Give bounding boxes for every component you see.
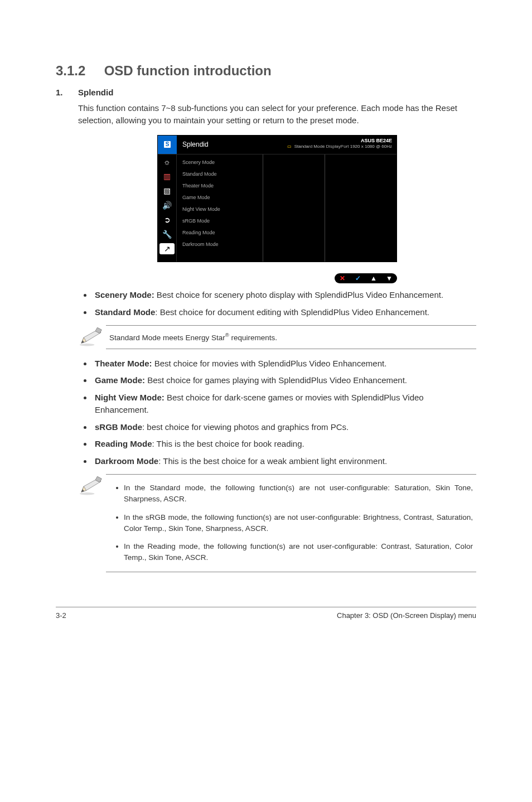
osd-menu-item: Night View Mode	[177, 204, 263, 215]
osd-ok-icon: ✓	[350, 273, 366, 283]
pencil-icon	[78, 474, 106, 499]
section-number: 3.1.2	[56, 61, 100, 81]
osd-down-icon: ▼	[381, 273, 397, 283]
input-icon: ➲	[158, 212, 176, 227]
osd-icon-column: ☼ ▥ ▧ 🔊 ➲ 🔧 ↗	[158, 154, 177, 262]
osd-menu-item: Game Mode	[177, 192, 263, 204]
brightness-icon: ☼	[158, 154, 176, 169]
sound-icon: 🔊	[158, 198, 176, 212]
list-item: Reading Mode: This is the best choice fo…	[78, 438, 476, 451]
osd-menu: Scenery Mode Standard Mode Theater Mode …	[177, 154, 263, 262]
note-box: Standard Mode meets Energy Star® require…	[78, 325, 476, 350]
note-text: Standard Mode meets Energy Star® require…	[106, 325, 476, 349]
list-item: Darkroom Mode: This is the best choice f…	[78, 455, 476, 468]
osd-meta: ASUS BE24E ▭ Standard Mode DisplayPort 1…	[283, 136, 396, 154]
color-icon: ▥	[158, 169, 176, 183]
osd-splendid-icon: S	[158, 136, 177, 154]
list-item: Game Mode: Best choice for games playing…	[78, 374, 476, 387]
mode-list-a: Scenery Mode: Best choice for scenery ph…	[78, 289, 476, 318]
shortcut-icon: ↗	[159, 243, 175, 254]
note-item: In the sRGB mode, the following function…	[109, 512, 473, 535]
note-item: In the Reading mode, the following funct…	[109, 541, 473, 564]
item-intro: This function contains 7~8 sub-functions…	[78, 102, 476, 127]
list-number: 1.	[56, 86, 78, 579]
list-item: Scenery Mode: Best choice for scenery ph…	[78, 289, 476, 302]
osd-up-icon: ▲	[366, 273, 381, 283]
osd-menu-item: sRGB Mode	[177, 215, 263, 227]
osd-menu-item: Reading Mode	[177, 227, 263, 239]
osd-menu-item: Darkroom Mode	[177, 239, 263, 250]
image-icon: ▧	[158, 183, 176, 198]
osd-title: Splendid	[177, 136, 214, 154]
list-item: Night View Mode: Best choice for dark-sc…	[78, 392, 476, 417]
osd-close-icon: ✕	[335, 273, 350, 283]
osd-menu-item: Standard Mode	[177, 168, 263, 180]
page-footer: 3-2 Chapter 3: OSD (On-Screen Display) m…	[56, 607, 476, 621]
note-box: In the Standard mode, the following func…	[78, 474, 476, 572]
note-item: In the Standard mode, the following func…	[109, 482, 473, 505]
list-item: Standard Mode: Best choice for document …	[78, 306, 476, 319]
chapter-label: Chapter 3: OSD (On-Screen Display) menu	[337, 611, 476, 621]
osd-preview-area	[263, 154, 396, 262]
section-heading: 3.1.2 OSD function introduction	[56, 61, 476, 81]
pencil-icon	[78, 325, 106, 350]
osd-menu-item: Theater Mode	[177, 180, 263, 192]
page-number: 3-2	[56, 611, 66, 621]
mode-list-b: Theater Mode: Best choice for movies wit…	[78, 357, 476, 468]
osd-screenshot: S Splendid ASUS BE24E ▭ Standard Mode Di…	[157, 135, 397, 263]
settings-icon: 🔧	[158, 227, 176, 241]
list-item: Theater Mode: Best choice for movies wit…	[78, 357, 476, 370]
section-title-text: OSD function introduction	[104, 63, 272, 78]
note-list: In the Standard mode, the following func…	[109, 482, 473, 564]
osd-menu-item: Scenery Mode	[177, 157, 263, 168]
osd-control-bar: ✕ ✓ ▲ ▼	[157, 273, 397, 283]
item-heading: Splendid	[78, 86, 476, 99]
list-item: sRGB Mode: best choice for viewing photo…	[78, 421, 476, 434]
